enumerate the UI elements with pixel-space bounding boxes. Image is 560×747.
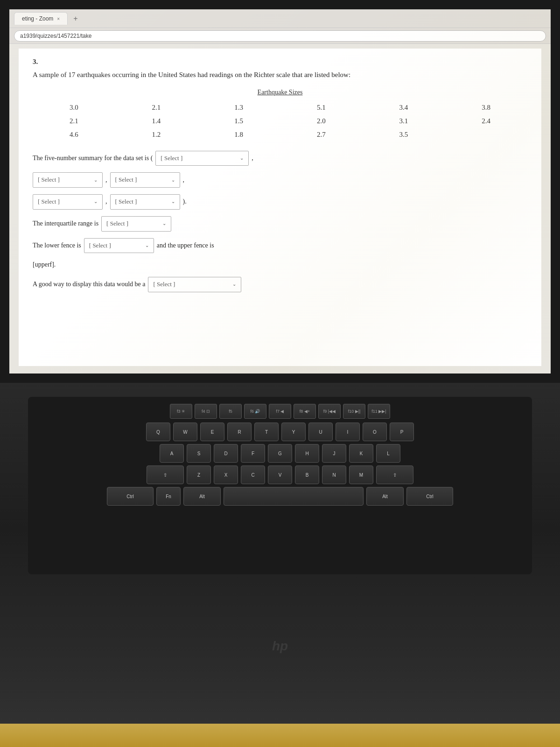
key-a[interactable]: A (160, 444, 184, 463)
chevron-down-icon: ⌄ (94, 176, 98, 184)
five-number-summary-section: The five-number summary for the data set… (33, 151, 527, 292)
key-f[interactable]: F (241, 444, 265, 463)
key-c[interactable]: C (241, 465, 265, 484)
comma-3: , (183, 175, 185, 185)
key-q[interactable]: Q (146, 423, 170, 441)
key-i[interactable]: I (336, 423, 360, 441)
fn-key-f8[interactable]: f8 ◀+ (294, 404, 316, 419)
upperf-row: [upperf]. (33, 260, 527, 270)
key-row-4: Ctrl Fn Alt Alt Ctrl (35, 487, 525, 506)
key-m[interactable]: M (349, 465, 373, 484)
tab-close-button[interactable]: × (57, 16, 60, 21)
select-dropdown-3[interactable]: [ Select ] ⌄ (110, 172, 180, 188)
fn-key-f6[interactable]: f6 🔊 (244, 404, 266, 419)
hp-logo: hp (272, 639, 288, 654)
data-cell: 2.1 (33, 114, 115, 128)
key-s[interactable]: S (187, 444, 211, 463)
table-row: 3.0 2.1 1.3 5.1 3.4 3.8 (33, 101, 527, 114)
five-number-label: The five-number summary for the data set… (33, 153, 153, 163)
select-dropdown-4[interactable]: [ Select ] ⌄ (33, 194, 103, 210)
five-number-row-1: The five-number summary for the data set… (33, 151, 527, 166)
key-ctrl[interactable]: Ctrl (107, 487, 154, 506)
iqr-label: The interquartile range is (33, 218, 98, 229)
fn-key-f7[interactable]: f7 ◀ (269, 404, 291, 419)
data-cell: 3.1 (363, 114, 445, 128)
tab-title: eting - Zoom (22, 15, 53, 22)
fn-key-f3[interactable]: f3 ✳ (170, 404, 192, 419)
select-dropdown-lower-fence[interactable]: [ Select ] ⌄ (84, 238, 154, 254)
chevron-down-icon: ⌄ (240, 155, 244, 162)
key-b[interactable]: B (295, 465, 319, 484)
data-cell: 3.4 (363, 101, 445, 114)
earthquake-data-table: 3.0 2.1 1.3 5.1 3.4 3.8 2.1 1.4 1.5 2.0 (33, 101, 527, 141)
key-fn[interactable]: Fn (156, 487, 181, 506)
key-e[interactable]: E (200, 423, 224, 441)
key-g[interactable]: G (268, 444, 292, 463)
keyboard-deck: f3 ✳ f4 ⊡ f5 f6 🔊 f7 ◀ f8 ◀+ f9 |◀◀ f10 … (28, 397, 532, 574)
select-dropdown-iqr[interactable]: [ Select ] ⌄ (101, 216, 171, 232)
browser-tab[interactable]: eting - Zoom × (14, 12, 68, 25)
key-v[interactable]: V (268, 465, 292, 484)
select-placeholder-iqr: [ Select ] (106, 219, 128, 229)
screen-bezel: eting - Zoom × + a1939/quizzes/1457221/t… (0, 0, 560, 383)
fn-key-f4[interactable]: f4 ⊡ (195, 404, 217, 419)
comma-2: , (105, 175, 107, 185)
key-j[interactable]: J (322, 444, 346, 463)
key-row-3: ⇧ Z X C V B N M ⇧ (35, 465, 525, 484)
iqr-row: The interquartile range is [ Select ] ⌄ (33, 216, 527, 232)
data-cell: 1.5 (197, 114, 280, 128)
key-z[interactable]: Z (187, 465, 211, 484)
chevron-down-icon: ⌄ (145, 242, 149, 249)
data-cell: 2.4 (445, 114, 527, 128)
key-o[interactable]: O (363, 423, 387, 441)
select-dropdown-2[interactable]: [ Select ] ⌄ (33, 172, 103, 188)
select-dropdown-5[interactable]: [ Select ] ⌄ (110, 194, 180, 210)
select-dropdown-display[interactable]: [ Select ] ⌄ (148, 277, 241, 292)
key-l[interactable]: L (376, 444, 400, 463)
table-title: Earthquake Sizes (33, 89, 527, 96)
key-alt-right[interactable]: Alt (366, 487, 404, 506)
comma-4: , (105, 197, 107, 207)
fn-key-f9[interactable]: f9 |◀◀ (318, 404, 341, 419)
chevron-down-icon: ⌄ (171, 198, 175, 205)
data-cell: 3.5 (363, 128, 445, 141)
data-cell: 1.3 (197, 101, 280, 114)
screen-area: eting - Zoom × + a1939/quizzes/1457221/t… (9, 9, 551, 374)
url-input[interactable]: a1939/quizzes/1457221/take (14, 30, 546, 42)
data-cell: 1.8 (197, 128, 280, 141)
key-p[interactable]: P (390, 423, 414, 441)
comma-1: , (252, 153, 253, 163)
fn-key-f5[interactable]: f5 (219, 404, 242, 419)
key-ctrl-right[interactable]: Ctrl (406, 487, 453, 506)
quiz-content: 3. A sample of 17 earthquakes occurring … (19, 49, 541, 366)
select-placeholder-3: [ Select ] (115, 175, 137, 185)
fn-key-f10[interactable]: f10 ▶|| (343, 404, 365, 419)
data-cell: 3.8 (445, 101, 527, 114)
key-y[interactable]: Y (281, 423, 306, 441)
key-space[interactable] (224, 487, 364, 506)
key-row-1: Q W E R T Y U I O P (35, 423, 525, 441)
new-tab-button[interactable]: + (70, 13, 81, 25)
key-shift-right[interactable]: ⇧ (376, 465, 413, 484)
key-t[interactable]: T (254, 423, 279, 441)
fence-row: The lower fence is [ Select ] ⌄ and the … (33, 238, 527, 254)
key-u[interactable]: U (308, 423, 333, 441)
select-dropdown-1[interactable]: [ Select ] ⌄ (155, 151, 249, 166)
key-shift-left[interactable]: ⇧ (147, 465, 184, 484)
key-r[interactable]: R (227, 423, 252, 441)
key-h[interactable]: H (295, 444, 319, 463)
bottom-strip (0, 724, 560, 747)
key-k[interactable]: K (349, 444, 373, 463)
upperf-label: [upperf]. (33, 260, 56, 270)
chevron-down-icon: ⌄ (232, 281, 236, 288)
key-x[interactable]: X (214, 465, 238, 484)
key-alt[interactable]: Alt (183, 487, 221, 506)
key-row-2: A S D F G H J K L (35, 444, 525, 463)
table-row: 2.1 1.4 1.5 2.0 3.1 2.4 (33, 114, 527, 128)
fn-key-f11[interactable]: f11 ▶▶| (368, 404, 390, 419)
key-w[interactable]: W (173, 423, 197, 441)
data-cell: 2.7 (280, 128, 363, 141)
key-n[interactable]: N (322, 465, 346, 484)
display-label: A good way to display this data would be… (33, 279, 145, 289)
key-d[interactable]: D (214, 444, 238, 463)
